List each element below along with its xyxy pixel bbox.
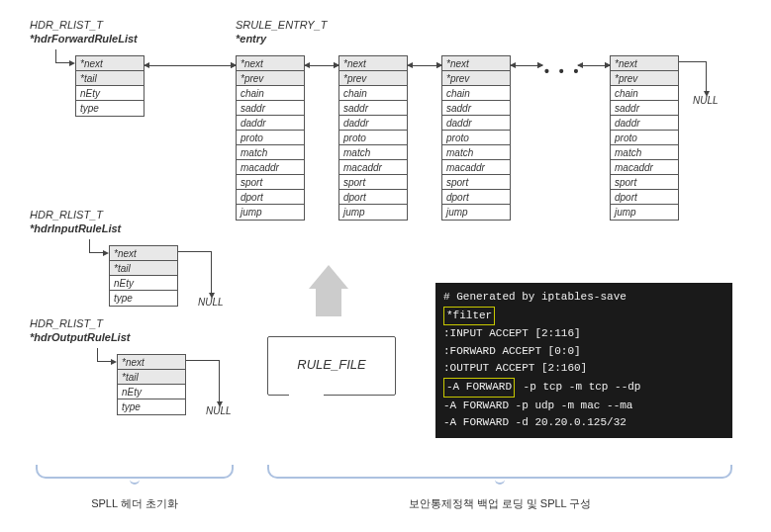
field-type: type [76,101,144,116]
term-line: -A FORWARD -d 20.20.0.125/32 [443,414,724,432]
headbox-output: *next *tail nEty type [117,354,186,415]
terminal-output: # Generated by iptables-save *filter :IN… [435,283,732,438]
term-line: :INPUT ACCEPT [2:116] [443,325,724,343]
null-input: NULL [198,297,224,308]
brace-right-label: 보안통제정책 백업 로딩 및 SPLL 구성 [267,496,732,511]
link-e2-e3 [408,65,441,66]
rule-file-box: RULE_FILE [267,336,396,396]
entry-box-1: *next *prev chain saddr daddr proto matc… [236,55,305,221]
label-hdr-input: HDR_RLIST_T *hdrInputRuleList [30,208,121,236]
hook-forward [55,49,69,63]
null-output: NULL [206,405,232,416]
label-srule-entry: SRULE_ENTRY_T *entry [236,18,328,46]
headbox-forward: *next *tail nEty type [75,55,145,117]
field-next: *next [76,56,144,71]
link-dots-elast [578,65,610,66]
field-tail: *tail [76,71,144,86]
ellipsis: • • • [544,63,581,79]
term-line: -A FORWARD -p udp -m mac --ma [443,398,724,415]
label-hdr-forward: HDR_RLIST_T *hdrForwardRuleList [30,18,138,46]
hook-output [97,348,111,362]
term-line: :FORWARD ACCEPT [0:0] [443,343,724,361]
link-forward-e1 [145,65,236,66]
term-line: -A FORWARD -p tcp -m tcp --dp [443,378,724,398]
hook-input [89,239,103,253]
label-hdr-output: HDR_RLIST_T *hdrOutputRuleList [30,316,130,345]
entry-box-2: *next *prev chain saddr daddr proto matc… [338,55,408,221]
link-e3-dots [511,65,542,66]
term-line: :OUTPUT ACCEPT [2:160] [443,360,724,378]
brace-left [36,465,234,479]
entry-box-last: *next *prev chain saddr daddr proto matc… [610,55,679,221]
field-nety: nEty [76,86,144,101]
link-e1-e2 [305,65,338,66]
null-last: NULL [693,95,719,106]
headbox-input: *next *tail nEty type [109,245,178,307]
null-connect-input [178,251,212,293]
entry-box-3: *next *prev chain saddr daddr proto matc… [441,55,511,221]
term-line: # Generated by iptables-save [443,289,724,307]
null-connect-last [679,61,707,91]
brace-right [267,465,732,479]
brace-left-label: SPLL 헤더 초기화 [36,496,234,511]
null-connect-output [186,360,220,401]
term-line: *filter [443,307,724,326]
